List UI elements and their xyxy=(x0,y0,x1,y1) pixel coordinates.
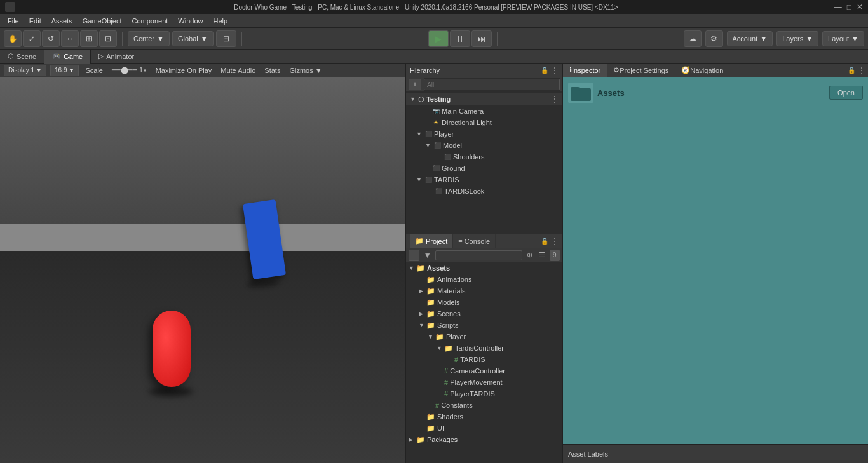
account-label: Account xyxy=(733,35,758,43)
hierarchy-item-main-camera[interactable]: 📷 Main Camera xyxy=(406,105,562,117)
proj-item-models[interactable]: 📁 Models xyxy=(406,297,562,308)
tardislook-label: TARDISLook xyxy=(444,187,484,195)
scene-menu-icon[interactable]: ⋮ xyxy=(551,95,559,104)
display-label: Display 1 xyxy=(8,67,34,74)
model-label: Model xyxy=(443,142,462,149)
global-dropdown[interactable]: Global ▼ xyxy=(172,31,214,46)
menu-window[interactable]: Window xyxy=(173,16,208,26)
project-menu-icon[interactable]: ⋮ xyxy=(551,237,559,246)
inspector-menu-icon[interactable]: ⋮ xyxy=(858,66,865,75)
hierarchy-item-tardis[interactable]: ▼ ⬛ TARDIS xyxy=(406,174,562,185)
proj-item-scenes[interactable]: ▶ 📁 Scenes xyxy=(406,308,562,319)
maximize-button[interactable]: □ xyxy=(847,3,851,11)
hierarchy-search-input[interactable] xyxy=(424,79,560,90)
rect-tool[interactable]: ⊞ xyxy=(80,30,98,47)
open-button[interactable]: Open xyxy=(829,86,863,100)
account-dropdown[interactable]: Account ▼ xyxy=(727,31,773,46)
proj-item-playermovement[interactable]: # PlayerMovement xyxy=(406,377,562,388)
hierarchy-item-tardislook[interactable]: ⬛ TARDISLook xyxy=(406,185,562,197)
layout-dropdown[interactable]: Layout ▼ xyxy=(822,31,864,46)
move-tool[interactable]: ⤢ xyxy=(23,30,41,47)
proj-item-assets[interactable]: ▼ 📁 Assets xyxy=(406,262,562,274)
menu-file[interactable]: File xyxy=(3,16,24,26)
minimize-button[interactable]: — xyxy=(834,3,842,11)
main-camera-label: Main Camera xyxy=(442,107,484,115)
main-tab-bar: ⬡ Scene 🎮 Game ▷ Animator xyxy=(0,50,868,64)
proj-item-scripts[interactable]: ▼ 📁 Scripts xyxy=(406,319,562,331)
search-icon-btn[interactable]: ⊕ xyxy=(525,250,534,261)
hierarchy-item-ground[interactable]: ⬛ Ground xyxy=(406,163,562,174)
close-button[interactable]: ✕ xyxy=(857,3,863,11)
packages-folder-icon: 📁 xyxy=(416,436,425,444)
rotate-tool[interactable]: ↺ xyxy=(42,30,60,47)
pause-button[interactable]: ⏸ xyxy=(450,30,470,47)
project-search-input[interactable] xyxy=(435,250,522,260)
hierarchy-item-shoulders[interactable]: ⬛ Shoulders xyxy=(406,151,562,163)
mute-btn[interactable]: Mute Audio xyxy=(218,67,258,74)
proj-item-tardis-script[interactable]: # TARDIS xyxy=(406,354,562,365)
proj-item-ui[interactable]: 📁 UI xyxy=(406,422,562,434)
menu-help[interactable]: Help xyxy=(208,16,233,26)
inspector-tab[interactable]: ℹ Inspector xyxy=(563,64,607,77)
camctrl-script-icon: # xyxy=(444,367,448,375)
proj-item-cameracontroller[interactable]: # CameraController xyxy=(406,365,562,377)
proj-item-packages[interactable]: ▶ 📁 Packages xyxy=(406,434,562,445)
proj-item-player-folder[interactable]: ▼ 📁 Player xyxy=(406,331,562,342)
menu-assets[interactable]: Assets xyxy=(46,16,78,26)
inspector-bottom: Asset Labels xyxy=(563,444,868,463)
maximize-btn[interactable]: Maximize On Play xyxy=(153,67,215,74)
gizmos-label: Gizmos xyxy=(289,67,313,74)
proj-item-constants[interactable]: # Constants xyxy=(406,399,562,411)
navigation-tab[interactable]: 🧭 Navigation xyxy=(675,64,729,77)
hierarchy-menu-icon[interactable]: ⋮ xyxy=(551,66,559,75)
project-lock-icon: 🔒 xyxy=(541,238,548,245)
hierarchy-search-container xyxy=(424,78,560,91)
asset-labels-text: Asset Labels xyxy=(568,450,608,458)
middle-panel: Hierarchy 🔒 ⋮ + ▼ ⬡ Testing ⋮ xyxy=(405,64,563,463)
center-dropdown[interactable]: Center ▼ xyxy=(128,31,170,46)
gizmos-arrow: ▼ xyxy=(315,67,322,74)
red-capsule-shadow xyxy=(149,387,193,396)
toolbar-right: ☁ ⚙ Account ▼ Layers ▼ Layout ▼ xyxy=(684,30,864,47)
console-tab[interactable]: ≡ Console xyxy=(453,234,496,248)
transform-tool[interactable]: ⊡ xyxy=(99,30,117,47)
hierarchy-add-button[interactable]: + xyxy=(409,79,421,90)
hierarchy-item-model[interactable]: ▼ ⬛ Model xyxy=(406,140,562,151)
project-tab[interactable]: 📁 Project xyxy=(410,234,453,248)
snap-tool[interactable]: ⊟ xyxy=(216,30,236,47)
tab-animator[interactable]: ▷ Animator xyxy=(91,50,142,64)
display-arrow: ▼ xyxy=(36,67,42,74)
hierarchy-scene-row[interactable]: ▼ ⬡ Testing ⋮ xyxy=(406,93,562,105)
proj-item-playertardis[interactable]: # PlayerTARDIS xyxy=(406,388,562,399)
project-settings-tab[interactable]: ⚙ Project Settings xyxy=(607,64,675,77)
menu-edit[interactable]: Edit xyxy=(24,16,46,26)
step-button[interactable]: ⏭ xyxy=(471,30,492,47)
project-add-button[interactable]: + xyxy=(409,250,419,261)
hierarchy-item-player[interactable]: ▼ ⬛ Player xyxy=(406,128,562,140)
proj-item-materials[interactable]: ▶ 📁 Materials xyxy=(406,285,562,297)
console-title: Console xyxy=(465,238,490,245)
hand-tool[interactable]: ✋ xyxy=(4,30,22,47)
cloud-button[interactable]: ⚙ xyxy=(705,30,723,47)
tardis-label: TARDIS xyxy=(434,176,459,184)
stats-btn[interactable]: Stats xyxy=(262,67,283,74)
play-button[interactable]: ▶ xyxy=(428,30,449,47)
tab-animator-label: Animator xyxy=(106,53,134,60)
collab-button[interactable]: ☁ xyxy=(684,30,702,47)
aspect-dropdown[interactable]: 16:9 ▼ xyxy=(50,65,79,76)
proj-item-shaders[interactable]: 📁 Shaders xyxy=(406,411,562,422)
menu-component[interactable]: Component xyxy=(126,16,173,26)
proj-item-tardiscontroller[interactable]: ▼ 📁 TardisController xyxy=(406,342,562,354)
display-dropdown[interactable]: Display 1 ▼ xyxy=(4,65,46,76)
filter-icon-btn[interactable]: ☰ xyxy=(537,250,546,261)
proj-item-animations[interactable]: 📁 Animations xyxy=(406,274,562,285)
tab-game[interactable]: 🎮 Game xyxy=(44,50,91,64)
hierarchy-item-directional-light[interactable]: ☀ Directional Light xyxy=(406,117,562,128)
gizmos-btn[interactable]: Gizmos ▼ xyxy=(287,67,324,74)
tab-scene[interactable]: ⬡ Scene xyxy=(0,50,44,64)
layers-dropdown[interactable]: Layers ▼ xyxy=(776,31,818,46)
models-folder-icon: 📁 xyxy=(426,299,435,307)
menu-gameobject[interactable]: GameObject xyxy=(78,16,127,26)
camctrl-label: CameraController xyxy=(450,367,505,375)
scale-tool[interactable]: ↔ xyxy=(61,30,79,47)
